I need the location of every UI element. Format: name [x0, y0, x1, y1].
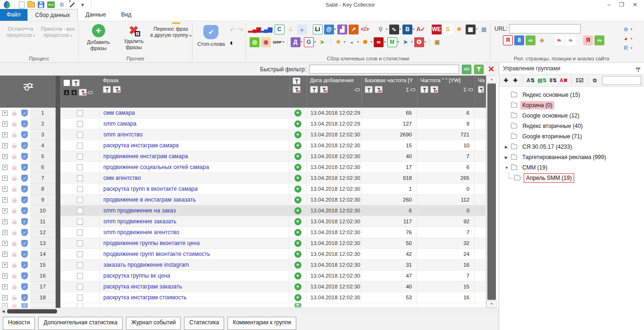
- dropdown-arrow-icon[interactable]: ▾: [301, 40, 303, 44]
- add-plus-icon[interactable]: +: [294, 175, 301, 182]
- phrase-cell[interactable]: раскрутка инстаграм самара: [100, 140, 289, 151]
- phrase-cell[interactable]: smm самара: [100, 118, 289, 129]
- row-checkbox[interactable]: [77, 153, 83, 160]
- green-ring-icon[interactable]: ◎: [250, 37, 259, 47]
- xls-icon[interactable]: xls: [526, 35, 535, 45]
- phrase-cell[interactable]: раскрутка группы вк цена: [100, 271, 289, 281]
- google-collect-icon[interactable]: C: [275, 25, 284, 34]
- table-row[interactable]: +✓5продвижение инстаграм самара+13.04.20…: [0, 151, 486, 162]
- tree-item-label[interactable]: Корзина (0): [520, 101, 554, 110]
- sum-check-icon[interactable]: Σ☑: [575, 76, 584, 85]
- vertical-scrollbar-thumb[interactable]: [487, 84, 496, 300]
- pictures-icon[interactable]: ▲: [297, 25, 307, 34]
- table-row[interactable]: +✓11smm продвижение заказать+13.04.2018 …: [0, 216, 486, 227]
- add-plus-icon[interactable]: +: [294, 218, 301, 225]
- magic-wand-icon[interactable]: [69, 1, 75, 8]
- web-globe-icon[interactable]: ⊕▾: [621, 25, 632, 34]
- stop-words-button[interactable]: ✔ Стоп-слова: [196, 24, 226, 48]
- blue-bars-icon[interactable]: ▂▄▆▾: [261, 25, 273, 34]
- liveinternet-icon[interactable]: Li: [313, 25, 323, 34]
- add-plus-icon[interactable]: +: [294, 272, 301, 279]
- package-icon[interactable]: ▣: [432, 37, 442, 47]
- hand-icon[interactable]: ✳: [454, 25, 464, 34]
- other-delete-button[interactable]: ✖✓Удалитьфразы: [117, 23, 151, 51]
- apply-filter-button[interactable]: [474, 65, 484, 74]
- settings-gear-icon[interactable]: ⚙: [58, 0, 66, 9]
- dropdown-arrow-icon[interactable]: ▾: [400, 27, 401, 31]
- mi-icon[interactable]: MI▾: [374, 37, 386, 47]
- header-freq_cut-cell[interactable]: Ча: [475, 76, 486, 108]
- mini-chart-icon[interactable]: ∿▾: [389, 25, 401, 34]
- phrase-cell[interactable]: смм агентство: [100, 173, 289, 184]
- bottom-tab-Новости[interactable]: Новости: [3, 317, 35, 330]
- sort-count-icon[interactable]: 8⇅: [549, 76, 557, 85]
- other-move-button[interactable]: Перенос фразв другую группу ▾: [152, 23, 189, 51]
- search-icon[interactable]: ⚲▾: [376, 25, 388, 34]
- filter-clear-icon[interactable]: [113, 86, 121, 93]
- row-checkbox[interactable]: [77, 132, 83, 138]
- row-checkbox[interactable]: [77, 303, 83, 308]
- pin-column-icon[interactable]: [356, 88, 360, 91]
- phrase-cell[interactable]: продвижение в инстаграм заказать: [100, 195, 289, 205]
- tree-item[interactable]: Яндекс вторичные (40): [499, 121, 644, 131]
- dropdown-arrow-icon[interactable]: ▾: [630, 37, 632, 41]
- new-project-icon[interactable]: [19, 1, 25, 8]
- arrow-up-icon[interactable]: ➤▾: [401, 37, 413, 47]
- phrase-cell[interactable]: продвижение групп вконтакте стоимость: [100, 249, 289, 260]
- url-input[interactable]: [509, 24, 581, 34]
- table-row[interactable]: +✓7смм агентство+13.04.2018 12:02:309182…: [0, 173, 486, 184]
- xls2-icon[interactable]: xls: [594, 35, 604, 45]
- mail-ru-icon[interactable]: @▾: [324, 25, 336, 34]
- contrast-icon[interactable]: ◐: [230, 38, 245, 48]
- bottom-tab-Комментарии к группе[interactable]: Комментарии к группе: [227, 317, 296, 330]
- phrase-cell[interactable]: smm продвижение заказать: [100, 216, 289, 227]
- tree-item[interactable]: Апрель SMM (19): [499, 173, 644, 183]
- phrase-cell[interactable]: продвижение инстаграм самара: [100, 151, 289, 162]
- table-row[interactable]: +✓18раскрутка инстаграм стоимость+13.04.…: [0, 292, 486, 303]
- table-row[interactable]: +✓10smm продвижение на заказ+13.04.2018 …: [0, 205, 486, 216]
- table-row[interactable]: +✓9продвижение в инстаграм заказать+13.0…: [0, 195, 486, 205]
- phrase-cell[interactable]: раскрутка групп в вконтакте самара: [100, 184, 289, 195]
- dropdown-arrow-icon[interactable]: ▾: [283, 40, 284, 44]
- add-plus-icon[interactable]: +: [294, 131, 301, 138]
- tree-item[interactable]: Google основные (12): [499, 110, 644, 121]
- row-checkbox[interactable]: [77, 197, 83, 203]
- bottom-tab-Статистика[interactable]: Статистика: [184, 317, 224, 330]
- phrase-cell[interactable]: smm продвижение агентство: [100, 227, 289, 238]
- tree-item-label[interactable]: Апрель SMM (19): [524, 173, 574, 183]
- sum-icon[interactable]: Σ: [463, 87, 467, 93]
- dropdown-arrow-icon[interactable]: ▾: [386, 27, 388, 31]
- add-plus-icon[interactable]: +: [294, 283, 301, 290]
- phrase-cell[interactable]: смм самара: [100, 108, 289, 118]
- expand-row-icon[interactable]: +: [2, 303, 8, 308]
- tree-item-label[interactable]: Яндекс вторичные (40): [520, 122, 585, 130]
- sort-az-icon[interactable]: A⇅: [526, 76, 535, 85]
- minimize-button[interactable]: –: [607, 1, 611, 8]
- tree-item-label[interactable]: Google основные (12): [520, 111, 581, 120]
- mark-on-button[interactable]: 1: [64, 90, 69, 95]
- scroll-down-button[interactable]: ▼: [486, 300, 497, 308]
- table-row[interactable]: +✓14продвижение групп вконтакте стоимост…: [0, 249, 486, 260]
- expand-row-icon[interactable]: +: [2, 273, 8, 279]
- horizontal-scrollbar[interactable]: ◀: [0, 308, 499, 314]
- horizontal-scrollbar-thumb[interactable]: [7, 309, 57, 313]
- row-checkbox[interactable]: [77, 164, 83, 170]
- menu-tab-Вид[interactable]: Вид: [114, 9, 139, 21]
- table-row[interactable]: +✓2smm самара+13.04.2018 12:02:291279: [0, 118, 486, 129]
- dropdown-arrow-icon[interactable]: ▾: [371, 40, 373, 44]
- dropdown-arrow-icon[interactable]: ▾: [384, 40, 386, 44]
- header-base_freq-cell[interactable]: Базовая частота [YΣ: [361, 76, 417, 108]
- dropdown-arrow-icon[interactable]: ▾: [335, 27, 336, 31]
- sort-clear-icon[interactable]: A✖: [559, 76, 568, 85]
- sum-icon[interactable]: Σ: [406, 87, 409, 93]
- we-icon[interactable]: WE: [432, 25, 442, 34]
- tree-item[interactable]: ▶СЯ 30.05.17 (4233): [499, 142, 644, 152]
- dropdown-arrow-icon[interactable]: ▾: [314, 40, 316, 44]
- mark-off-button[interactable]: 0: [71, 90, 77, 95]
- menu-tab-Данные[interactable]: Данные: [78, 9, 113, 21]
- copy-structure-icon[interactable]: ⧉: [591, 76, 599, 85]
- other-add-button[interactable]: +Добавитьфразы: [82, 23, 115, 51]
- select-all-checkbox[interactable]: [64, 80, 70, 86]
- orange-trend-icon[interactable]: ↗: [349, 25, 359, 34]
- tree-item[interactable]: ▶Таргетированная реклама (999): [499, 152, 644, 162]
